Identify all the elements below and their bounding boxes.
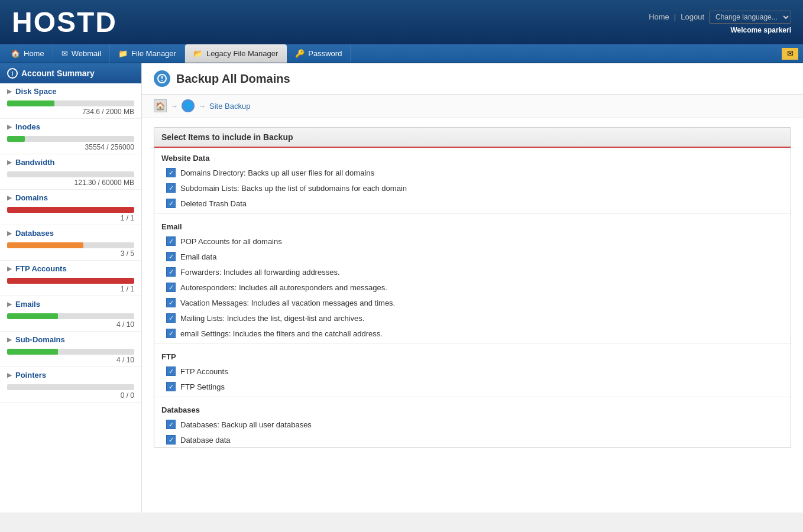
backup-item-databases-backup-label: Databases: Backup all user databases [180,420,312,429]
home-link[interactable]: Home [649,12,669,21]
disk-space-label: Disk Space [15,87,56,96]
bandwidth-label: Bandwidth [15,158,54,167]
divider-3 [154,397,791,397]
databases-bar [7,242,134,248]
account-summary-label: Account Summary [21,69,95,78]
backup-item-email-settings[interactable]: ✓ email Settings: Includes the filters a… [154,326,791,341]
checkbox-mailing-lists[interactable]: ✓ [166,313,176,323]
svg-point-2 [161,80,163,81]
backup-item-forwarders-label: Forwarders: Includes all forwarding addr… [180,268,340,277]
backup-item-ftp-accounts[interactable]: ✓ FTP Accounts [154,364,791,379]
backup-item-email-settings-label: email Settings: Includes the filters and… [180,329,383,338]
backup-item-databases-backup[interactable]: ✓ Databases: Backup all user databases [154,417,791,432]
sidebar-item-databases[interactable]: ▶ Databases [0,225,141,241]
inodes-fill [7,136,25,142]
checkbox-vacation[interactable]: ✓ [166,298,176,307]
backup-item-ftp-accounts-label: FTP Accounts [180,367,228,376]
checkbox-domains-dir[interactable]: ✓ [166,168,176,177]
backup-container: Select Items to include in Backup Websit… [154,127,791,448]
ftp-bar [7,278,134,284]
nav-mail-icon[interactable]: ✉ [782,48,798,60]
webmail-tab-icon: ✉ [61,49,68,58]
arrow-icon: ▶ [7,336,12,343]
home-breadcrumb-icon[interactable]: 🏠 [154,99,167,112]
backup-item-email-data-label: Email data [180,252,216,261]
file-manager-tab-icon: 📁 [118,49,128,58]
group-header-email: Email [154,216,791,233]
backup-item-pop-accounts[interactable]: ✓ POP Accounts for all domains [154,233,791,249]
username: sparkeri [763,26,791,34]
checkbox-email-settings[interactable]: ✓ [166,329,176,338]
backup-item-autoresponders-label: Autoresponders: Includes all autorespond… [180,283,387,292]
sidebar-item-bandwidth[interactable]: ▶ Bandwidth [0,154,141,170]
tab-webmail[interactable]: ✉ Webmail [53,44,110,63]
pointers-text: 0 / 0 [0,391,141,402]
checkbox-databases-backup[interactable]: ✓ [166,420,176,429]
sidebar-section-emails: ▶ Emails 4 / 10 [0,296,141,332]
inodes-label: Inodes [15,122,40,131]
globe-breadcrumb-icon: 🌐 [182,99,195,112]
backup-item-forwarders[interactable]: ✓ Forwarders: Includes all forwarding ad… [154,264,791,280]
sub-domains-fill [7,349,58,355]
tab-file-manager[interactable]: 📁 File Manager [110,44,185,63]
logout-link[interactable]: Logout [681,12,704,21]
sidebar-item-domains[interactable]: ▶ Domains [0,190,141,206]
databases-fill [7,242,83,248]
backup-item-vacation[interactable]: ✓ Vacation Messages: Includes all vacati… [154,295,791,310]
arrow-icon: ▶ [7,88,12,95]
navbar: 🏠 Home ✉ Webmail 📁 File Manager 📂 Legacy… [0,44,803,63]
checkbox-ftp-settings[interactable]: ✓ [166,382,176,391]
backup-item-database-data[interactable]: ✓ Database data [154,432,791,447]
arrow-icon: ▶ [7,194,12,201]
arrow-icon: ▶ [7,301,12,307]
account-summary-icon: i [7,68,18,79]
sub-domains-bar [7,349,134,355]
backup-item-ftp-settings-label: FTP Settings [180,382,225,391]
legacy-file-manager-tab-icon: 📂 [193,49,203,58]
ftp-text: 1 / 1 [0,285,141,296]
ftp-fill [7,278,134,284]
arrow-icon: ▶ [7,265,12,272]
home-tab-icon: 🏠 [11,49,20,58]
sidebar-item-inodes[interactable]: ▶ Inodes [0,119,141,135]
inodes-bar [7,136,134,142]
checkbox-pop-accounts[interactable]: ✓ [166,236,176,246]
tab-password[interactable]: 🔑 Password [287,44,351,63]
sidebar: i Account Summary ▶ Disk Space 734.6 / 2… [0,63,142,512]
sidebar-item-disk-space[interactable]: ▶ Disk Space [0,83,141,99]
backup-item-mailing-lists[interactable]: ✓ Mailing Lists: Includes the list, dige… [154,310,791,326]
backup-item-mailing-lists-label: Mailing Lists: Includes the list, digest… [180,314,364,323]
backup-item-subdomain-lists[interactable]: ✓ Subdomain Lists: Backs up the list of … [154,180,791,196]
pointers-label: Pointers [15,371,46,379]
password-tab-icon: 🔑 [295,49,305,58]
inodes-text: 35554 / 256000 [0,143,141,154]
checkbox-database-data[interactable]: ✓ [166,435,176,445]
disk-space-bar [7,100,134,106]
language-select[interactable]: Change language... [709,11,791,24]
sidebar-item-emails[interactable]: ▶ Emails [0,296,141,312]
backup-item-ftp-settings[interactable]: ✓ FTP Settings [154,379,791,394]
backup-item-deleted-trash[interactable]: ✓ Deleted Trash Data [154,196,791,211]
breadcrumb-arrow-2: → [198,102,206,111]
backup-item-email-data[interactable]: ✓ Email data [154,249,791,264]
sidebar-item-pointers[interactable]: ▶ Pointers [0,367,141,383]
arrow-icon: ▶ [7,372,12,378]
page-title: Backup All Domains [176,72,290,86]
checkbox-subdomain-lists[interactable]: ✓ [166,183,176,193]
sidebar-item-ftp-accounts[interactable]: ▶ FTP Accounts [0,261,141,277]
tab-legacy-file-manager[interactable]: 📂 Legacy File Manager [185,44,287,63]
checkbox-ftp-accounts[interactable]: ✓ [166,366,176,376]
checkbox-autoresponders[interactable]: ✓ [166,283,176,292]
sidebar-item-sub-domains[interactable]: ▶ Sub-Domains [0,332,141,348]
backup-item-domains-dir[interactable]: ✓ Domains Directory: Backs up all user f… [154,165,791,180]
welcome-text: Welcome sparkeri [649,26,791,34]
tab-home[interactable]: 🏠 Home [2,44,53,63]
site-backup-link[interactable]: Site Backup [209,102,250,111]
domains-label: Domains [15,193,48,202]
pointers-bar [7,384,134,390]
checkbox-email-data[interactable]: ✓ [166,252,176,261]
checkbox-deleted-trash[interactable]: ✓ [166,199,176,208]
checkbox-forwarders[interactable]: ✓ [166,267,176,277]
account-summary-header[interactable]: i Account Summary [0,63,141,83]
backup-item-autoresponders[interactable]: ✓ Autoresponders: Includes all autorespo… [154,280,791,295]
